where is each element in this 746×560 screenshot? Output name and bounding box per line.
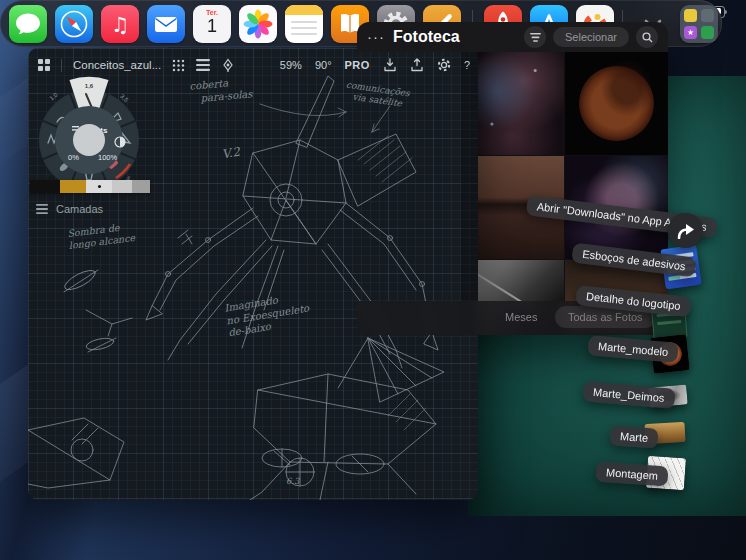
precision-dots-icon[interactable] (172, 59, 185, 72)
app-library-mini-green (701, 26, 714, 39)
layers-lines-icon[interactable] (196, 59, 210, 71)
swatch-gold[interactable] (60, 180, 86, 193)
forward-arrow-icon (677, 223, 695, 239)
layers-panel-toggle[interactable]: Camadas (36, 203, 103, 215)
envelope-icon (147, 5, 185, 43)
notes-app-icon[interactable] (285, 5, 323, 43)
opacity-min-label: 0% (68, 153, 79, 162)
fototeca-title: Fototeca (393, 28, 460, 46)
more-options-button[interactable]: ··· (367, 32, 385, 42)
share-forward-button[interactable] (668, 213, 703, 248)
messages-app-icon[interactable] (9, 5, 47, 43)
tool-size-label: 1,0 (49, 91, 60, 101)
select-button[interactable]: Selecionar (553, 27, 629, 47)
vector-nib-icon[interactable] (221, 58, 235, 72)
swatch-gray[interactable] (112, 180, 132, 193)
calendar-day: 1 (193, 16, 231, 37)
photos-app-icon[interactable] (239, 5, 277, 43)
pro-badge[interactable]: PRO (345, 59, 370, 71)
layers-label: Camadas (56, 203, 103, 215)
app-library-icon[interactable]: ★ (680, 5, 718, 43)
gallery-grid-icon[interactable] (38, 59, 50, 71)
tab-months[interactable]: Meses (505, 311, 537, 323)
safari-app-icon[interactable] (55, 5, 93, 43)
search-icon (642, 32, 653, 43)
annotation-version: V.2 (221, 145, 241, 163)
concepts-window[interactable]: cobertapara-solas V.2 comunicaçõesvia sa… (28, 48, 478, 500)
search-button[interactable] (636, 26, 658, 48)
zoom-level[interactable]: 59% (280, 59, 302, 71)
toolbar-divider (61, 59, 62, 72)
layers-icon (36, 204, 48, 214)
compass-icon (55, 5, 93, 43)
fototeca-header: ··· Fototeca Selecionar (357, 22, 668, 52)
app-library-mini-star: ★ (684, 26, 697, 39)
drag-item-label[interactable]: Marte (609, 425, 658, 448)
concepts-toolbar: Conceitos_azul... 59% 90° PRO (38, 55, 470, 75)
music-app-icon[interactable]: ♫ (101, 5, 139, 43)
notes-yellow-strip (285, 5, 323, 15)
app-library-mini-camera (701, 9, 714, 22)
chat-bubble-icon (9, 5, 47, 43)
swatch-black[interactable] (30, 180, 60, 193)
ipad-screen: 09:41 Terça-feira 1 de abril 100% ··· Fo… (0, 0, 746, 560)
calendar-weekday: Ter. (193, 9, 231, 16)
flower-icon (239, 5, 277, 43)
settings-gear-icon[interactable] (437, 58, 451, 72)
help-button[interactable]: ? (464, 59, 470, 71)
swatch-light-gray-selected[interactable] (86, 180, 112, 193)
filter-lines-icon (530, 33, 541, 42)
svg-text:♫: ♫ (111, 13, 130, 37)
opacity-max-label: 100% (98, 153, 118, 162)
app-library-mini-yellow (684, 9, 697, 22)
export-icon[interactable] (410, 58, 424, 72)
wheel-knob[interactable] (73, 124, 105, 156)
document-title[interactable]: Conceitos_azul... (73, 59, 161, 71)
import-icon[interactable] (383, 58, 397, 72)
calendar-app-icon[interactable]: Ter. 1 (193, 5, 231, 43)
swatch-mid-gray[interactable] (132, 180, 150, 193)
filter-button[interactable] (524, 26, 546, 48)
music-note-icon: ♫ (101, 5, 139, 43)
sketch-antenna (296, 76, 334, 147)
mail-app-icon[interactable] (147, 5, 185, 43)
selected-tool-size: 1,6 (85, 83, 94, 89)
rotation-value[interactable]: 90° (315, 59, 332, 71)
color-swatch-bar (30, 180, 150, 193)
annotation-bottom-note: 6.3 (286, 476, 300, 487)
